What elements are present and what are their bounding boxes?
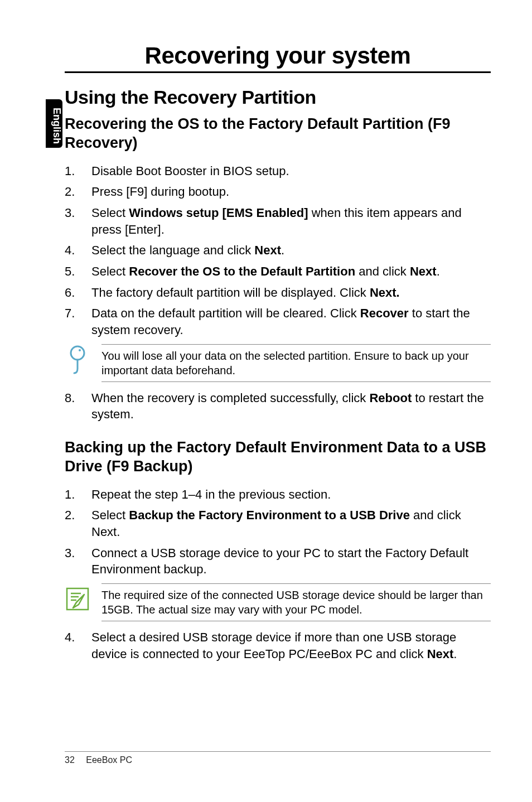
step-item: Data on the default partition will be cl… (65, 305, 491, 338)
svg-point-0 (71, 346, 84, 360)
section-heading: Using the Recovery Partition (65, 86, 491, 108)
language-tab: English (46, 99, 62, 148)
steps-list-2: Repeat the step 1–4 in the previous sect… (65, 486, 491, 578)
step-item: Select Recover the OS to the Default Par… (65, 263, 491, 280)
note-2: The required size of the connected USB s… (65, 583, 491, 621)
steps-list-1-cont: When the recovery is completed successfu… (65, 390, 491, 423)
step-item: The factory default partition will be di… (65, 284, 491, 301)
tip-icon (65, 344, 90, 375)
steps-list-1: Disable Boot Booster in BIOS setup.Press… (65, 163, 491, 339)
note-text-2: The required size of the connected USB s… (101, 583, 491, 621)
steps-list-2-cont: Select a desired USB storage device if m… (65, 629, 491, 662)
svg-rect-2 (67, 588, 88, 610)
step-item: Disable Boot Booster in BIOS setup. (65, 163, 491, 180)
tip-note-1: You will lose all your data on the selec… (65, 344, 491, 382)
title-box: Recovering your system (65, 42, 491, 73)
subsection-1-heading: Recovering the OS to the Factory Default… (65, 115, 491, 153)
step-item: Select the language and click Next. (65, 242, 491, 259)
page-number: 32 (65, 755, 75, 765)
step-item: Press [F9] during bootup. (65, 183, 491, 200)
step-item: Select Backup the Factory Environment to… (65, 507, 491, 540)
svg-point-1 (79, 349, 81, 351)
tip-text-1: You will lose all your data on the selec… (101, 344, 491, 382)
page-title: Recovering your system (65, 42, 491, 69)
note-icon (65, 583, 90, 615)
page-footer: 32 EeeBox PC (65, 751, 491, 765)
subsection-2-heading: Backing up the Factory Default Environme… (65, 438, 491, 476)
footer-label: EeeBox PC (86, 755, 132, 765)
step-item: Select a desired USB storage device if m… (65, 629, 491, 662)
step-item: When the recovery is completed successfu… (65, 390, 491, 423)
step-item: Select Windows setup [EMS Enabled] when … (65, 205, 491, 238)
step-item: Connect a USB storage device to your PC … (65, 545, 491, 578)
step-item: Repeat the step 1–4 in the previous sect… (65, 486, 491, 503)
page-content: Recovering your system Using the Recover… (65, 42, 491, 668)
